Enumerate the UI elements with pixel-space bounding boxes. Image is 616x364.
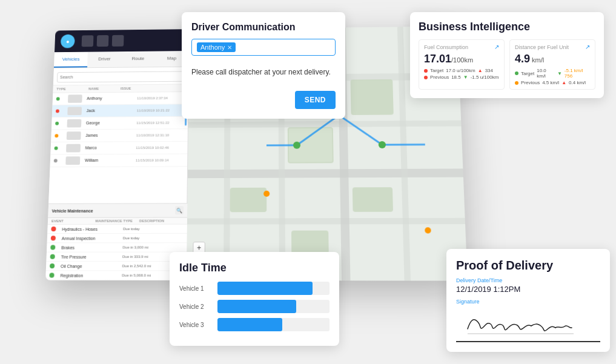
maint-type-5: Registration	[60, 273, 121, 277]
vehicle-time-2: 11/15/2019 12:51:22	[136, 121, 184, 124]
svg-rect-11	[230, 188, 267, 212]
fuel-prev-arrow: ▼	[463, 74, 468, 80]
maint-type-2: Brakes	[61, 245, 121, 250]
maint-col-event: Event	[51, 219, 96, 223]
maint-row-1[interactable]: Annual Inspection Due today	[47, 234, 187, 243]
recipient-tag: Anthony ✕	[197, 42, 236, 52]
status-dot-2	[55, 121, 59, 125]
vehicle-row-4[interactable]: Marco 11/15/2019 10:02:46	[50, 141, 187, 154]
dist-prev-label: Previous	[521, 80, 540, 85]
pod-card: Proof of Delivery Delivery Date/Time 12/…	[446, 249, 610, 352]
dist-target-dot	[515, 71, 518, 75]
svg-point-17	[293, 142, 300, 149]
tab-route[interactable]: Route	[121, 51, 155, 67]
nav-icon-1[interactable]	[82, 35, 94, 47]
driver-comm-card: Driver Communication Anthony ✕ Please ca…	[182, 12, 345, 119]
bi-fuel-label: Fuel Consumption ↗	[424, 44, 499, 50]
maint-row-3[interactable]: Tire Pressure Due in 333.9 mi	[46, 253, 187, 262]
maintenance-title: Vehicle Maintenance	[52, 208, 93, 213]
nav-icon-2[interactable]	[97, 35, 109, 47]
maint-type-3: Tire Pressure	[61, 254, 122, 259]
vehicle-name-3: James	[85, 133, 135, 137]
recipient-input[interactable]: Anthony ✕	[191, 39, 336, 56]
dist-target-extra: -5.1 km/l 756	[565, 68, 590, 79]
truck-icon-5	[65, 156, 80, 165]
bar-label-2: Vehicle 3	[179, 322, 213, 328]
bar-fill-0	[217, 282, 313, 295]
dist-prev-arrow: ▲	[561, 80, 566, 85]
maint-row-2[interactable]: Brakes Due in 3,000 mi	[47, 243, 187, 252]
svg-rect-12	[350, 79, 393, 115]
maintenance-header: Vehicle Maintenance 🔍	[48, 204, 187, 218]
send-button[interactable]: SEND	[295, 91, 336, 109]
vehicle-row-5[interactable]: William 11/15/2019 10:09:14	[50, 154, 188, 167]
status-dot-5	[54, 159, 58, 162]
fuel-prev-dot	[424, 76, 428, 79]
maintenance-search-icon[interactable]: 🔍	[175, 206, 184, 214]
vehicle-row-0[interactable]: Anthony 11/10/2019 2:37:34	[53, 92, 188, 105]
bi-dist-trend-icon: ↗	[585, 44, 590, 50]
bar-track-1	[217, 300, 330, 313]
bar-label-0: Vehicle 1	[179, 285, 213, 292]
bar-row-0: Vehicle 1	[179, 282, 330, 295]
status-dot-3	[55, 134, 58, 137]
bi-metrics: Fuel Consumption ↗ 17.01/100km Target 17…	[419, 39, 595, 90]
signature-svg	[460, 311, 597, 337]
maint-row-5[interactable]: Registration Due in 5,068.0 mi	[45, 271, 187, 280]
bi-dist-rows: Target 10.0 km/l ▼ -5.1 km/l 756 Previou…	[515, 68, 590, 85]
truck-icon-4	[66, 144, 81, 152]
maint-desc-0: Due today	[123, 227, 184, 231]
maint-type-4: Oil Change	[61, 264, 121, 268]
vehicle-row-1[interactable]: Jack 11/10/2019 10:21:22	[52, 104, 188, 117]
maint-desc-2: Due in 3,000 mi	[122, 245, 183, 249]
dist-prev-extra: 0.4 km/l	[569, 80, 586, 85]
recipient-tag-label: Anthony	[200, 44, 225, 51]
bi-card: Business Intelligence Fuel Consumption ↗…	[410, 12, 604, 98]
pod-date-label: Delivery Date/Time	[456, 277, 600, 283]
svg-point-20	[263, 191, 270, 197]
vehicle-row-3[interactable]: James 11/10/2019 12:31:10	[51, 129, 188, 142]
truck-icon-3	[67, 131, 81, 140]
fuel-target-arrow: ▲	[478, 68, 483, 73]
bar-track-2	[217, 318, 330, 331]
tag-close-icon[interactable]: ✕	[227, 44, 232, 51]
dist-target-arrow: ▼	[557, 71, 562, 76]
idle-card: Idle Time Vehicle 1 Vehicle 2 Vehicle 3	[170, 252, 339, 346]
sidebar-nav	[82, 35, 124, 47]
tab-driver[interactable]: Driver	[87, 51, 121, 67]
bar-row-2: Vehicle 3	[179, 318, 330, 331]
search-input[interactable]	[57, 71, 185, 82]
maint-status-4	[50, 263, 55, 268]
truck-icon-0	[68, 94, 82, 103]
sidebar-logo: ●	[61, 35, 75, 48]
maint-status-2	[50, 245, 55, 250]
bar-fill-2	[217, 318, 282, 331]
vehicle-time-1: 11/10/2019 10:21:22	[137, 108, 185, 112]
pod-sig-label: Signature	[456, 299, 600, 305]
maint-status-0	[51, 227, 56, 231]
driver-comm-title: Driver Communication	[191, 22, 336, 33]
tab-vehicles[interactable]: Vehicles	[54, 52, 88, 68]
vehicle-time-0: 11/10/2019 2:37:34	[137, 96, 185, 99]
vehicle-row-2[interactable]: George 11/15/2019 12:51:22	[51, 116, 188, 130]
dist-prev-dot	[515, 81, 518, 85]
vehicle-name-2: George	[86, 121, 136, 125]
truck-icon-2	[67, 119, 82, 127]
status-dot-1	[56, 109, 59, 113]
col-issue: Issue	[121, 86, 153, 90]
maint-row-4[interactable]: Oil Change Due in 2,542.0 mi	[46, 262, 187, 271]
bi-dist-label: Distance per Fuel Unit ↗	[515, 44, 590, 50]
fuel-prev-extra: -1.5 u/100km	[471, 74, 499, 80]
maint-status-1	[51, 236, 56, 240]
maint-row-0[interactable]: Hydraulics - Hoses Due today	[47, 225, 187, 234]
maint-type-1: Annual Inspection	[62, 236, 122, 240]
nav-icon-3[interactable]	[112, 35, 124, 47]
message-text: Please call dispatcher at your next deli…	[191, 62, 336, 86]
truck-icon-1	[67, 107, 82, 115]
sidebar-tabs: Vehicles Driver Route Map	[54, 51, 189, 68]
sidebar-search-area	[53, 67, 188, 85]
vehicle-name-5: William	[85, 158, 134, 162]
bi-metric-fuel: Fuel Consumption ↗ 17.01/100km Target 17…	[419, 39, 505, 90]
pod-title: Proof of Delivery	[456, 259, 600, 273]
col-type: Type	[56, 87, 88, 90]
